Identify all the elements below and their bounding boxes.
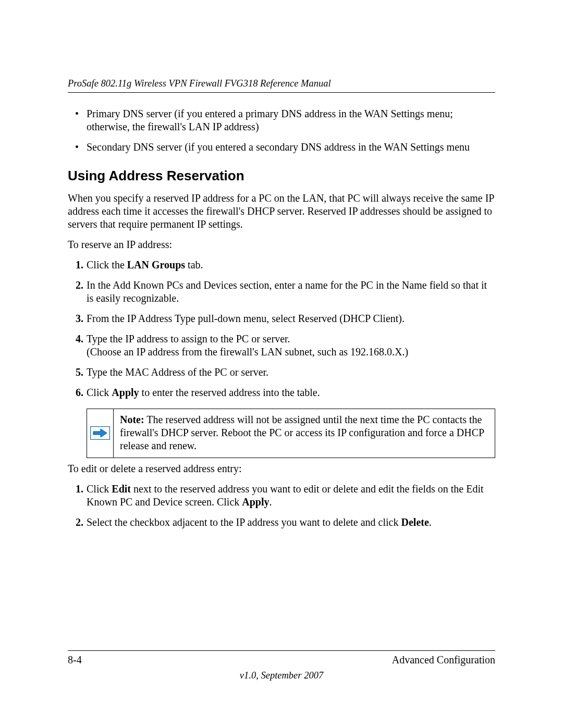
step-text-line1: Type the IP address to assign to the PC …: [87, 333, 290, 344]
note-label: Note:: [120, 414, 144, 425]
step-text-b1: Delete: [401, 516, 429, 528]
list-item: 3. From the IP Address Type pull-down me…: [87, 312, 495, 325]
list-item: 4. Type the IP address to assign to the …: [87, 332, 495, 359]
note-box: Note: The reserved address will not be a…: [87, 409, 495, 458]
step-text-b1: Edit: [112, 483, 131, 495]
step-number: 2.: [68, 279, 83, 292]
step-number: 2.: [68, 516, 83, 529]
step-text-bold: LAN Groups: [127, 259, 185, 270]
step-text-post: tab.: [185, 259, 203, 270]
step-text-p2: .: [429, 516, 432, 528]
section-heading: Using Address Reservation: [68, 167, 495, 184]
step-text: Type the MAC Address of the PC or server…: [87, 366, 268, 378]
list-item: 2. Select the checkbox adjacent to the I…: [87, 516, 495, 529]
step-text-p1: Click: [87, 483, 112, 495]
document-page: ProSafe 802.11g Wireless VPN Firewall FV…: [0, 0, 563, 728]
page-footer: 8-4 Advanced Configuration v1.0, Septemb…: [68, 650, 495, 681]
page-number: 8-4: [68, 654, 82, 666]
procedure-lead: To reserve an IP address:: [68, 238, 495, 251]
list-item: 6. Click Apply to enter the reserved add…: [87, 386, 495, 399]
list-item: 1. Click the LAN Groups tab.: [87, 258, 495, 272]
step-text-bold: Apply: [112, 387, 139, 398]
intro-paragraph: When you specify a reserved IP address f…: [68, 192, 495, 231]
edit-lead: To edit or delete a reserved address ent…: [68, 462, 495, 475]
note-body: The reserved address will not be assigne…: [120, 414, 484, 451]
list-item: Secondary DNS server (if you entered a s…: [87, 141, 495, 154]
note-text: Note: The reserved address will not be a…: [114, 409, 495, 458]
step-text: In the Add Known PCs and Devices section…: [87, 279, 487, 304]
numbered-list: 1. Click the LAN Groups tab. 2. In the A…: [68, 258, 495, 399]
step-number: 1.: [68, 258, 83, 272]
list-item: 2. In the Add Known PCs and Devices sect…: [87, 279, 495, 305]
bullet-list: Primary DNS server (if you entered a pri…: [68, 107, 495, 154]
list-item: 5. Type the MAC Address of the PC or ser…: [87, 366, 495, 379]
arrow-right-icon: [90, 426, 110, 440]
doc-title: ProSafe 802.11g Wireless VPN Firewall FV…: [68, 78, 331, 89]
step-text-p3: .: [270, 496, 272, 508]
note-icon-cell: [87, 409, 114, 458]
step-text-b2: Apply: [242, 496, 269, 508]
footer-version: v1.0, September 2007: [68, 670, 495, 681]
numbered-list-edit: 1. Click Edit next to the reserved addre…: [68, 483, 495, 529]
footer-rule: 8-4 Advanced Configuration: [68, 650, 495, 666]
list-item: 1. Click Edit next to the reserved addre…: [87, 483, 495, 509]
step-text-pre: Click the: [87, 259, 127, 270]
step-text-p2: next to the reserved address you want to…: [87, 483, 484, 508]
step-number: 6.: [68, 386, 83, 399]
step-number: 5.: [68, 366, 83, 379]
page-header: ProSafe 802.11g Wireless VPN Firewall FV…: [68, 78, 495, 93]
step-text: From the IP Address Type pull-down menu,…: [87, 313, 405, 324]
list-item: Primary DNS server (if you entered a pri…: [87, 107, 495, 133]
step-number: 4.: [68, 332, 83, 346]
step-text-line2: (Choose an IP address from the firewall'…: [87, 346, 408, 357]
step-number: 1.: [68, 483, 83, 496]
step-text-p1: Select the checkbox adjacent to the IP a…: [87, 516, 401, 528]
page-body: Primary DNS server (if you entered a pri…: [68, 107, 495, 529]
step-text-post: to enter the reserved address into the t…: [139, 387, 320, 398]
step-number: 3.: [68, 312, 83, 325]
step-text-pre: Click: [87, 387, 112, 398]
chapter-title: Advanced Configuration: [392, 654, 495, 666]
